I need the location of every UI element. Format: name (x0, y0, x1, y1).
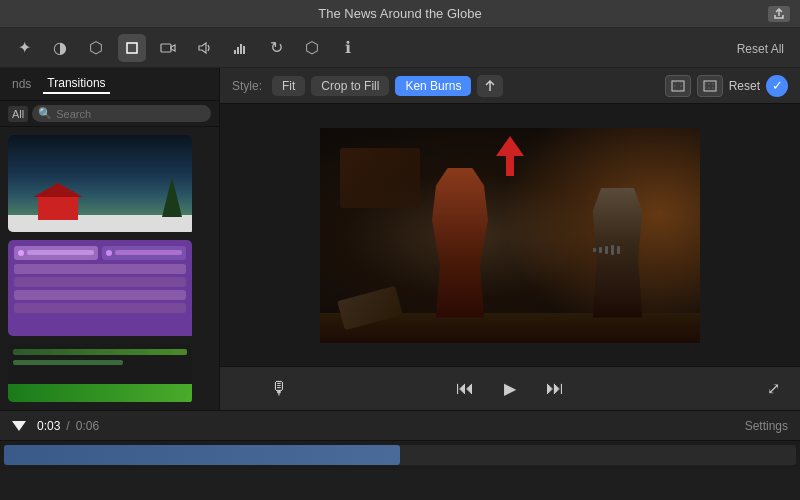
search-input[interactable] (56, 108, 205, 120)
svg-rect-1 (161, 44, 171, 52)
svg-rect-0 (127, 43, 137, 53)
crop-to-fill-button[interactable]: Crop to Fill (311, 76, 389, 96)
share-button[interactable] (768, 6, 790, 22)
settings-button[interactable]: Settings (745, 419, 788, 433)
timecode-bar: 0:03 / 0:06 Settings (0, 411, 800, 441)
reset-button[interactable]: Reset (729, 79, 760, 93)
media-item[interactable] (8, 344, 211, 402)
tab-transitions[interactable]: Transitions (43, 74, 109, 94)
search-row: All 🔍 (0, 101, 219, 127)
vol-bar-4 (611, 245, 614, 255)
main-content: nds Transitions All 🔍 (0, 68, 800, 410)
right-panel: Style: Fit Crop to Fill Ken Burns (220, 68, 800, 410)
svg-rect-6 (672, 81, 684, 91)
style-bar: Style: Fit Crop to Fill Ken Burns (220, 68, 800, 104)
svg-rect-3 (237, 47, 239, 54)
arrow-stem (506, 156, 514, 176)
timeline-track[interactable] (0, 441, 800, 470)
crop-right-button[interactable] (697, 75, 723, 97)
confirm-button[interactable]: ✓ (766, 75, 788, 97)
bars-icon[interactable] (226, 34, 254, 62)
playhead-indicator (12, 421, 26, 431)
svg-rect-9 (704, 81, 716, 91)
panel-tabs: nds Transitions (0, 68, 219, 101)
svg-rect-2 (234, 50, 236, 54)
bg-rock (340, 148, 420, 208)
video-preview-area (220, 104, 800, 366)
ken-burns-arrow (496, 136, 524, 176)
vol-bar-2 (599, 247, 602, 253)
time-separator: / (66, 419, 69, 433)
skip-forward-button[interactable]: ⏭ (546, 378, 564, 399)
fit-button[interactable]: Fit (272, 76, 305, 96)
skip-back-button[interactable]: ⏮ (456, 378, 474, 399)
bar-thumbnail (8, 344, 192, 402)
title-bar: The News Around the Globe (0, 0, 800, 28)
cabin (38, 195, 78, 220)
camera-video-icon[interactable] (154, 34, 182, 62)
svg-rect-5 (243, 46, 245, 54)
green-bar (8, 384, 192, 402)
info-icon[interactable]: ℹ (334, 34, 362, 62)
main-toolbar: ✦ ◑ ⬡ ↻ ⬡ ℹ Reset All (0, 28, 800, 68)
palette-icon[interactable]: ⬡ (82, 34, 110, 62)
media-item[interactable] (8, 240, 211, 337)
style-label: Style: (232, 79, 262, 93)
circle-half-icon[interactable]: ◑ (46, 34, 74, 62)
vol-bar-3 (605, 246, 608, 254)
wand-icon[interactable]: ✦ (10, 34, 38, 62)
current-time: 0:03 (37, 419, 60, 433)
media-item[interactable] (8, 135, 211, 232)
reset-all-button[interactable]: Reset All (731, 39, 790, 59)
filter-icon[interactable]: ⬡ (298, 34, 326, 62)
search-icon: 🔍 (38, 107, 52, 120)
all-filter[interactable]: All (8, 106, 28, 122)
window-title: The News Around the Globe (318, 6, 481, 21)
volume-indicator (593, 245, 620, 255)
fullscreen-button[interactable]: ⤢ (767, 379, 780, 398)
player-controls: 🎙 ⏮ ▶ ⏭ ⤢ (220, 366, 800, 410)
crop-tool-icon[interactable] (118, 34, 146, 62)
loop-icon[interactable]: ↻ (262, 34, 290, 62)
left-panel: nds Transitions All 🔍 (0, 68, 220, 410)
swap-arrow-button[interactable] (477, 75, 503, 97)
microphone-button[interactable]: 🎙 (270, 378, 288, 399)
crop-left-button[interactable] (665, 75, 691, 97)
arrow-head (496, 136, 524, 156)
video-frame (320, 128, 700, 343)
tab-sounds[interactable]: nds (8, 75, 35, 93)
play-button[interactable]: ▶ (494, 373, 526, 405)
snow (8, 215, 192, 232)
ken-burns-button[interactable]: Ken Burns (395, 76, 471, 96)
style-right-controls: Reset ✓ (665, 75, 788, 97)
vol-bar-5 (617, 246, 620, 254)
timeline-section: 0:03 / 0:06 Settings (0, 410, 800, 470)
cabin-thumbnail (8, 135, 192, 232)
svg-rect-4 (240, 44, 242, 54)
timeline-clip (4, 445, 796, 465)
character-left (420, 168, 500, 318)
total-time: 0:06 (76, 419, 99, 433)
ui-thumbnail (8, 240, 192, 337)
media-list (0, 127, 219, 410)
search-box: 🔍 (32, 105, 211, 122)
volume-icon[interactable] (190, 34, 218, 62)
clip-filled (4, 445, 400, 465)
trees (162, 177, 182, 217)
timecode-display: 0:03 / 0:06 (12, 419, 99, 433)
vol-bar-1 (593, 248, 596, 252)
